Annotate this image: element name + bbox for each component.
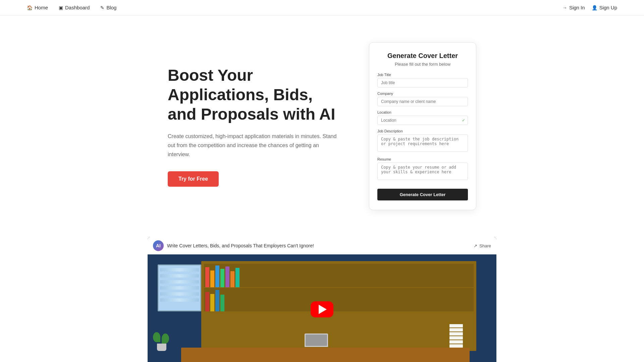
blind-4 [160,286,199,290]
book-6 [230,271,234,287]
blind-5 [160,292,199,296]
job-title-label: Job Title [377,73,468,77]
share-button[interactable]: ↗ Share [474,243,491,248]
shelf-row-1 [204,264,474,287]
company-input[interactable] [377,97,468,106]
scene-papers [449,324,463,348]
nav-blog[interactable]: ✎ Blog [100,5,116,10]
book-5 [225,266,229,287]
nav-home[interactable]: 🏠 Home [27,5,48,10]
book-8 [205,292,209,311]
blog-icon: ✎ [100,5,104,10]
share-label: Share [479,243,491,248]
play-triangle-icon [319,305,327,314]
job-title-group: Job Title [377,73,468,87]
scene-plant [154,332,169,351]
form-card-title: Generate Cover Letter [377,52,468,60]
hero-section: Boost Your Applications, Bids, and Propo… [121,15,523,230]
scene-laptop [305,334,328,347]
play-button[interactable] [311,301,333,317]
nav-dashboard[interactable]: ▣ Dashboard [59,5,90,10]
paper-3 [449,332,463,336]
book-1 [205,267,209,287]
hero-text: Boost Your Applications, Bids, and Propo… [168,66,342,186]
resume-group: Resume [377,157,468,181]
navbar: 🏠 Home ▣ Dashboard ✎ Blog → Sign In 👤 Si… [0,0,644,15]
generate-button[interactable]: Generate Cover Letter [377,189,468,200]
form-card-subtitle: Please fill out the form below [377,62,468,67]
hero-title: Boost Your Applications, Bids, and Propo… [168,66,342,124]
video-scene [148,254,496,362]
nav-dashboard-label: Dashboard [65,5,90,10]
book-9 [210,294,214,311]
location-check-icon: ✓ [462,118,465,123]
nav-signup[interactable]: 👤 Sign Up [592,5,617,10]
location-group: Location ✓ [377,110,468,125]
location-wrapper: ✓ [377,116,468,125]
video-section: AI Write Cover Letters, Bids, and Propos… [121,237,523,362]
video-header: AI Write Cover Letters, Bids, and Propos… [148,237,496,254]
nav-right: → Sign In 👤 Sign Up [562,5,617,10]
signin-icon: → [562,5,567,10]
company-label: Company [377,92,468,96]
blind-6 [160,298,199,302]
job-description-label: Job Description [377,129,468,133]
location-label: Location [377,110,468,114]
book-10 [215,290,219,311]
scene-desk [181,348,470,362]
nav-signin[interactable]: → Sign In [562,5,585,10]
paper-2 [449,328,463,331]
nav-left: 🏠 Home ▣ Dashboard ✎ Blog [27,5,116,10]
resume-input[interactable] [377,163,468,180]
blind-2 [160,274,199,278]
book-4 [220,269,224,287]
blind-1 [160,268,199,272]
channel-initial: AI [156,243,161,248]
share-icon: ↗ [474,243,477,248]
shelf-row-2 [204,288,474,311]
cover-letter-form-card: Generate Cover Letter Please fill out th… [369,42,476,210]
home-icon: 🏠 [27,5,33,10]
job-description-group: Job Description [377,129,468,153]
book-2 [210,270,214,287]
video-container: AI Write Cover Letters, Bids, and Propos… [148,237,496,362]
job-title-input[interactable] [377,78,468,87]
dashboard-icon: ▣ [59,5,63,10]
nav-home-label: Home [35,5,48,10]
nav-signup-label: Sign Up [599,5,617,10]
hero-subtitle: Create customized, high-impact applicati… [168,132,342,159]
plant-pot [157,344,166,351]
window-blinds [159,265,200,304]
scene-window [158,264,201,311]
paper-5 [449,340,463,344]
blind-3 [160,280,199,284]
paper-6 [449,344,463,348]
book-7 [235,268,239,287]
scene-bookshelf [201,261,476,351]
video-header-left: AI Write Cover Letters, Bids, and Propos… [153,240,314,251]
plant-leaves [153,332,169,344]
leaf-2 [162,334,169,344]
book-11 [220,295,224,311]
leaf-1 [153,332,160,342]
book-3 [215,265,219,287]
job-description-input[interactable] [377,134,468,152]
channel-avatar: AI [153,240,164,251]
laptop-screen [306,335,327,346]
paper-4 [449,336,463,340]
nav-blog-label: Blog [106,5,116,10]
nav-signin-label: Sign In [569,5,585,10]
signup-icon: 👤 [592,5,597,10]
location-input[interactable] [377,116,468,125]
paper-1 [449,324,463,327]
video-title: Write Cover Letters, Bids, and Proposals… [167,243,314,248]
company-group: Company [377,92,468,106]
cta-button[interactable]: Try for Free [168,171,219,187]
resume-label: Resume [377,157,468,161]
